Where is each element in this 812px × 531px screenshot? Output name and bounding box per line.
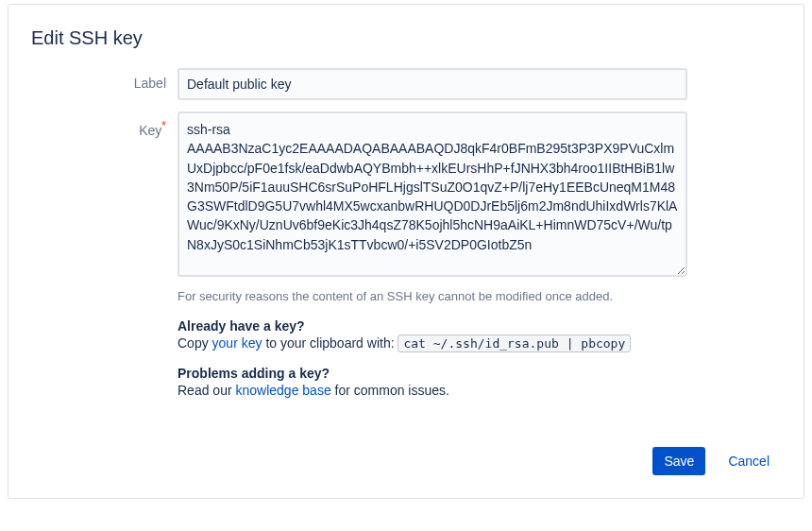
edit-ssh-key-dialog: Edit SSH key Label Key* For security rea… (8, 4, 804, 499)
dialog-footer: Save Cancel (8, 432, 804, 498)
dialog-title: Edit SSH key (31, 27, 781, 49)
label-input[interactable] (178, 68, 687, 100)
key-field-label: Key* (31, 111, 178, 138)
problems-body: Read our knowledge base for common issue… (178, 383, 687, 398)
required-asterisk: * (161, 119, 166, 132)
save-button[interactable]: Save (652, 447, 705, 475)
label-row: Label (31, 68, 781, 100)
your-key-link[interactable]: your key (212, 335, 262, 351)
key-helptext: For security reasons the content of an S… (178, 289, 687, 303)
knowledge-base-link[interactable]: knowledge base (235, 383, 330, 398)
already-have-key-heading: Already have a key? (178, 318, 687, 334)
key-row: Key* For security reasons the content of… (31, 111, 781, 398)
key-textarea[interactable] (178, 111, 687, 277)
label-field-label: Label (31, 68, 178, 91)
already-have-key-body: Copy your key to your clipboard with: ca… (178, 335, 687, 351)
cancel-button[interactable]: Cancel (717, 447, 781, 475)
copy-command: cat ~/.ssh/id_rsa.pub | pbcopy (398, 334, 631, 352)
dialog-body: Edit SSH key Label Key* For security rea… (8, 5, 804, 432)
problems-heading: Problems adding a key? (178, 366, 687, 381)
